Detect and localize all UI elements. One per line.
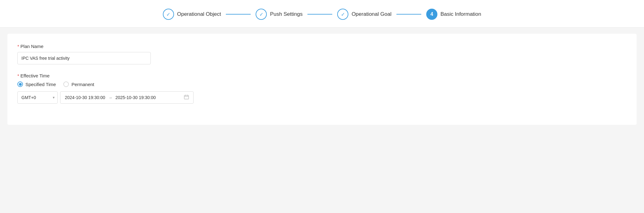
step-4: 4 Basic Information (426, 9, 481, 20)
step-1: ✓ Operational Object (163, 9, 221, 20)
step-3: ✓ Operational Goal (337, 9, 391, 20)
form-content: * Plan Name * Effective Time Specified T… (7, 34, 637, 125)
step-2-icon: ✓ (259, 11, 263, 17)
step-line-1 (226, 14, 251, 15)
permanent-radio[interactable] (63, 81, 69, 87)
plan-name-label: * Plan Name (17, 44, 627, 49)
step-4-number: 4 (430, 11, 433, 17)
stepper-container: ✓ Operational Object ✓ Push Settings ✓ O… (0, 0, 644, 28)
step-1-label: Operational Object (177, 11, 221, 17)
plan-name-label-text: Plan Name (20, 44, 43, 49)
step-4-label: Basic Information (441, 11, 481, 17)
permanent-label: Permanent (71, 82, 94, 87)
date-end: 2025-10-30 19:30:00 (115, 95, 156, 100)
permanent-option[interactable]: Permanent (63, 81, 94, 87)
step-3-label: Operational Goal (351, 11, 391, 17)
specified-time-label: Specified Time (25, 82, 56, 87)
svg-rect-0 (184, 95, 189, 99)
effective-time-required: * (17, 73, 19, 78)
step-line-2 (307, 14, 332, 15)
date-range-picker[interactable]: 2024-10-30 19:30:00 → 2025-10-30 19:30:0… (60, 91, 194, 104)
step-1-icon: ✓ (166, 11, 170, 17)
effective-time-label: * Effective Time (17, 73, 627, 78)
specified-time-radio[interactable] (17, 81, 23, 87)
timezone-select[interactable]: GMT+0 GMT+1 GMT+8 (17, 91, 58, 104)
date-range-arrow: → (108, 95, 112, 100)
step-3-circle: ✓ (337, 9, 348, 20)
stepper: ✓ Operational Object ✓ Push Settings ✓ O… (163, 9, 481, 20)
step-3-icon: ✓ (341, 11, 345, 17)
plan-name-input[interactable] (17, 52, 151, 64)
step-line-3 (396, 14, 421, 15)
plan-name-field: * Plan Name (17, 44, 627, 64)
timezone-wrapper[interactable]: GMT+0 GMT+1 GMT+8 ▾ (17, 91, 58, 104)
step-2: ✓ Push Settings (256, 9, 302, 20)
step-1-circle: ✓ (163, 9, 174, 20)
step-4-circle: 4 (426, 9, 437, 20)
effective-time-field: * Effective Time Specified Time Permanen… (17, 73, 627, 104)
calendar-icon (184, 94, 189, 101)
time-type-radio-group: Specified Time Permanent (17, 81, 627, 87)
date-start: 2024-10-30 19:30:00 (65, 95, 105, 100)
step-2-circle: ✓ (256, 9, 267, 20)
specified-time-option[interactable]: Specified Time (17, 81, 56, 87)
step-2-label: Push Settings (270, 11, 302, 17)
date-range-text: 2024-10-30 19:30:00 → 2025-10-30 19:30:0… (65, 95, 156, 100)
time-inputs-row: GMT+0 GMT+1 GMT+8 ▾ 2024-10-30 19:30:00 … (17, 91, 627, 104)
plan-name-required: * (17, 44, 19, 49)
effective-time-label-text: Effective Time (20, 73, 50, 78)
